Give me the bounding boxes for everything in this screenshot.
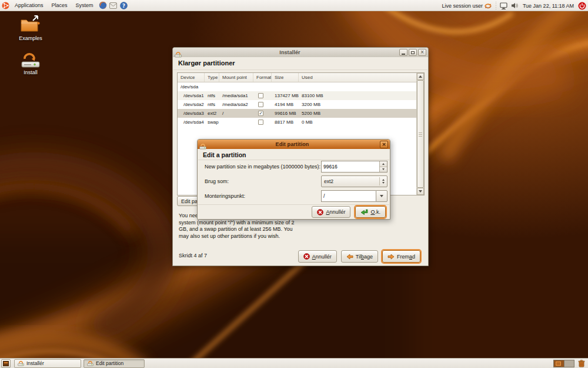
desktop-icon-install[interactable]: Install	[12, 51, 49, 75]
cell-device: /dev/sda1	[178, 91, 205, 100]
cell-type: ntfs	[205, 100, 219, 109]
cancel-button[interactable]: Annullér	[298, 250, 337, 263]
taskbar-item-installer[interactable]: Installér	[14, 359, 81, 368]
bottom-taskbar: Installér Edit partition	[0, 358, 588, 368]
edit-partition-dialog: Edit partition × Edit a partition New pa…	[197, 139, 390, 220]
cell-device: /dev/sda	[178, 82, 205, 91]
user-switcher-icon[interactable]	[484, 2, 492, 10]
size-input[interactable]	[322, 161, 379, 172]
display-icon[interactable]	[500, 2, 508, 10]
dialog-titlebar[interactable]: Edit partition ×	[198, 140, 390, 149]
cell-type: ext2	[205, 109, 219, 118]
table-row-sda[interactable]: /dev/sda	[178, 82, 416, 91]
spin-buttons[interactable]	[379, 161, 387, 172]
dialog-buttons: Annullér O.k.	[312, 206, 386, 218]
trash-icon	[578, 360, 585, 367]
menu-applications[interactable]: Applications	[11, 0, 48, 11]
step-indicator: Skridt 4 af 7	[179, 253, 207, 258]
panel-right-group: Live session user Tue Jan 22, 11:18 AM	[442, 0, 588, 11]
workspace-2[interactable]	[564, 360, 574, 367]
maximize-button[interactable]	[409, 49, 417, 56]
volume-icon[interactable]	[510, 2, 519, 10]
cell-device: /dev/sda3	[178, 109, 205, 118]
vertical-scrollbar[interactable]	[416, 73, 424, 195]
back-label: Tilbage	[356, 254, 373, 260]
combo-arrows-icon	[379, 177, 387, 185]
mount-point-label: Monteringspunkt:	[205, 193, 245, 199]
ok-enter-arrow-icon	[360, 209, 368, 216]
task-installer-icon	[18, 360, 24, 366]
workspace-1-active[interactable]	[554, 360, 564, 367]
spin-down-button[interactable]	[380, 167, 387, 173]
clock-label[interactable]: Tue Jan 22, 11:18 AM	[520, 0, 577, 11]
firefox-icon[interactable]	[99, 1, 107, 9]
table-row-sda3-selected[interactable]: /dev/sda3 ext2 / ✓ 99616 MB 5200 MB	[178, 109, 416, 118]
use-as-label: Brug som:	[205, 178, 229, 184]
close-button[interactable]: ×	[418, 49, 426, 56]
col-type[interactable]: Type	[205, 73, 219, 82]
dropdown-button[interactable]	[376, 190, 387, 202]
cell-type: swap	[205, 118, 219, 127]
cancel-icon	[317, 209, 323, 216]
format-checkbox[interactable]	[258, 120, 263, 125]
mount-point-combo-entry[interactable]	[321, 190, 387, 202]
col-mount-point[interactable]: Mount point	[219, 73, 253, 82]
table-row-sda1[interactable]: /dev/sda1 ntfs /media/sda1 137427 MB 831…	[178, 91, 416, 100]
scroll-up-button[interactable]	[417, 73, 424, 80]
table-row-sda2[interactable]: /dev/sda2 ntfs /media/sda2 4194 MB 3200 …	[178, 100, 416, 109]
size-label: New partition size in megabytes (1000000…	[205, 164, 320, 170]
help-icon[interactable]: ?	[120, 1, 128, 9]
cell-type	[205, 82, 219, 91]
format-checkbox[interactable]	[258, 102, 263, 107]
top-panel: Applications Places System ? Live sessio…	[0, 0, 588, 11]
format-checkbox-checked[interactable]: ✓	[258, 111, 263, 116]
back-button[interactable]: Tilbage	[341, 250, 378, 263]
user-switcher-label[interactable]: Live session user	[442, 3, 483, 9]
examples-folder-icon	[20, 15, 41, 33]
trash-button[interactable]	[577, 359, 586, 368]
table-row-sda4[interactable]: /dev/sda4 swap 8817 MB 0 MB	[178, 118, 416, 127]
minimize-button[interactable]	[399, 49, 407, 56]
use-as-combobox[interactable]: ext2	[321, 175, 387, 187]
col-used[interactable]: Used	[299, 73, 416, 82]
taskbar-item-edit-partition[interactable]: Edit partition	[83, 359, 145, 368]
cancel-label: Annullér	[312, 254, 332, 260]
forward-button[interactable]: Fremad	[382, 250, 420, 263]
ubuntu-logo-icon[interactable]	[1, 1, 9, 9]
workspace-window-thumb	[556, 362, 561, 366]
size-spinbox[interactable]	[321, 161, 387, 173]
dialog-ok-button[interactable]: O.k.	[355, 206, 386, 218]
page-title: Klargør partitioner	[178, 59, 235, 67]
cell-size: 8817 MB	[272, 118, 299, 127]
divider	[198, 160, 389, 160]
col-format[interactable]: Format?	[253, 73, 272, 82]
mail-icon[interactable]	[109, 1, 118, 9]
show-desktop-icon	[3, 361, 9, 366]
workspace-switcher[interactable]	[553, 360, 574, 367]
forward-label: Fremad	[397, 254, 415, 260]
installer-titlebar[interactable]: Installér ×	[173, 48, 428, 57]
desktop-icon-examples[interactable]: Examples	[12, 14, 49, 41]
menu-system[interactable]: System	[72, 0, 98, 11]
table-header[interactable]: Device Type Mount point Format? Size Use…	[178, 73, 416, 82]
dialog-cancel-button[interactable]: Annullér	[312, 206, 350, 218]
dialog-title: Edit partition	[206, 141, 378, 147]
cell-format	[253, 100, 272, 109]
dialog-close-button[interactable]: ×	[380, 141, 388, 148]
col-device[interactable]: Device	[178, 73, 205, 82]
task-label: Installér	[26, 360, 44, 366]
scroll-down-button[interactable]	[417, 188, 424, 195]
menu-places[interactable]: Places	[48, 0, 72, 11]
format-checkbox[interactable]	[258, 93, 263, 98]
mount-point-input[interactable]	[321, 190, 376, 202]
power-icon[interactable]	[578, 2, 586, 10]
panel-separator	[496, 2, 496, 9]
cell-used	[299, 82, 416, 91]
cell-size: 99616 MB	[272, 109, 299, 118]
spin-up-button[interactable]	[380, 161, 387, 167]
col-size[interactable]: Size	[272, 73, 299, 82]
show-desktop-button[interactable]	[1, 359, 11, 368]
cell-device: /dev/sda4	[178, 118, 205, 127]
svg-text:?: ?	[122, 2, 125, 8]
scrollbar-thumb[interactable]	[417, 80, 424, 188]
